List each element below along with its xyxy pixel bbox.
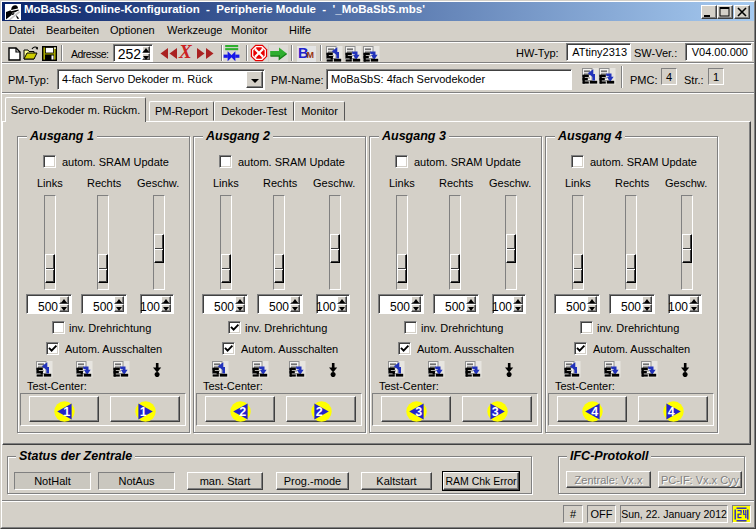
svg-text:1: 1 <box>63 405 70 419</box>
svg-text:4: 4 <box>667 405 674 419</box>
svg-text:1: 1 <box>139 405 146 419</box>
svg-text:3: 3 <box>415 405 422 419</box>
svg-text:2: 2 <box>239 405 246 419</box>
svg-text:4: 4 <box>591 405 598 419</box>
svg-text:2: 2 <box>315 405 322 419</box>
svg-text:3: 3 <box>491 405 498 419</box>
